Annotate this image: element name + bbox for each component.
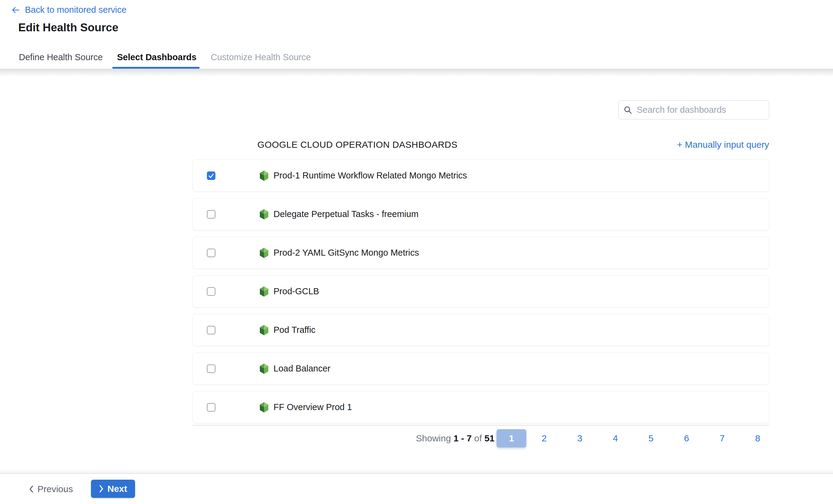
dashboard-checkbox[interactable] [207,364,215,373]
tab-bar: Define Health Source Select Dashboards C… [0,46,833,69]
dashboard-list: Prod-1 Runtime Workflow Related Mongo Me… [193,159,769,430]
page-button-6[interactable]: 6 [669,433,704,444]
list-bottom-divider [193,425,769,426]
dashboard-name: Load Balancer [273,363,330,374]
search-icon [623,105,633,115]
manually-input-query-link[interactable]: + Manually input query [677,140,769,150]
dashboard-name: Delegate Perpetual Tasks - freemium [273,209,419,219]
dashboard-cube-icon [260,325,269,335]
of-label: of [474,433,482,443]
list-item[interactable]: Prod-1 Runtime Workflow Related Mongo Me… [193,159,769,192]
previous-label: Previous [38,484,73,494]
showing-range: 1 - 7 [453,433,472,443]
list-item[interactable]: Pod Traffic [193,314,769,346]
chevron-right-icon [99,485,104,493]
dashboard-checkbox[interactable] [207,249,215,257]
footer-bar: Previous Next [0,474,833,504]
chevron-left-icon [29,485,34,493]
dashboard-name: Prod-2 YAML GitSync Mongo Metrics [273,248,419,258]
dashboard-cube-icon [260,402,269,412]
dashboard-checkbox[interactable] [207,287,215,296]
total-count: 51 [484,433,494,443]
tab-customize-health-source[interactable]: Customize Health Source [211,46,311,69]
dashboard-name: Pod Traffic [273,325,315,335]
dashboard-checkbox[interactable] [207,326,215,334]
previous-button[interactable]: Previous [29,484,73,494]
pagination: Showing 1 - 7 of 51 1 2 3 4 5 6 7 8 [416,429,495,448]
page-button-2[interactable]: 2 [526,433,562,444]
dashboard-checkbox[interactable] [207,172,215,180]
dashboard-name: FF Overview Prod 1 [273,402,352,412]
pagination-summary: Showing 1 - 7 of 51 [416,433,495,444]
list-item[interactable]: FF Overview Prod 1 [193,391,769,423]
page-title: Edit Health Source [18,21,118,34]
page-button-5[interactable]: 5 [633,433,669,444]
dashboard-cube-icon [260,286,269,297]
next-label: Next [108,484,127,494]
search-input[interactable] [637,105,764,115]
dashboard-cube-icon [260,363,269,374]
dashboard-checkbox[interactable] [207,210,215,219]
back-arrow-icon [11,5,20,15]
page-button-3[interactable]: 3 [562,433,597,444]
page-list: 1 2 3 4 5 6 7 8 [497,429,776,448]
list-item[interactable]: Prod-GCLB [193,275,769,307]
dashboard-cube-icon [260,171,269,181]
page-button-8[interactable]: 8 [740,433,776,444]
check-icon [208,172,214,179]
list-item[interactable]: Load Balancer [193,353,769,384]
list-item[interactable]: Delegate Perpetual Tasks - freemium [193,198,769,230]
tab-define-health-source[interactable]: Define Health Source [19,46,103,69]
list-item[interactable]: Prod-2 YAML GitSync Mongo Metrics [193,237,769,269]
dashboard-cube-icon [260,248,269,258]
back-link[interactable]: Back to monitored service [11,5,126,15]
page-button-7[interactable]: 7 [704,433,740,444]
section-title: GOOGLE CLOUD OPERATION DASHBOARDS [257,140,457,150]
edit-health-source-page: Back to monitored service Edit Health So… [0,0,833,504]
back-link-label: Back to monitored service [25,5,126,15]
dashboard-cube-icon [260,209,269,220]
page-button-4[interactable]: 4 [597,433,633,444]
dashboard-name: Prod-GCLB [273,286,319,296]
dashboard-checkbox[interactable] [207,403,215,411]
page-button-1[interactable]: 1 [497,429,526,448]
showing-label: Showing [416,433,451,443]
dashboard-name: Prod-1 Runtime Workflow Related Mongo Me… [273,171,467,181]
next-button[interactable]: Next [91,480,135,498]
tab-select-dashboards[interactable]: Select Dashboards [117,46,196,69]
dashboard-search[interactable] [618,100,769,120]
